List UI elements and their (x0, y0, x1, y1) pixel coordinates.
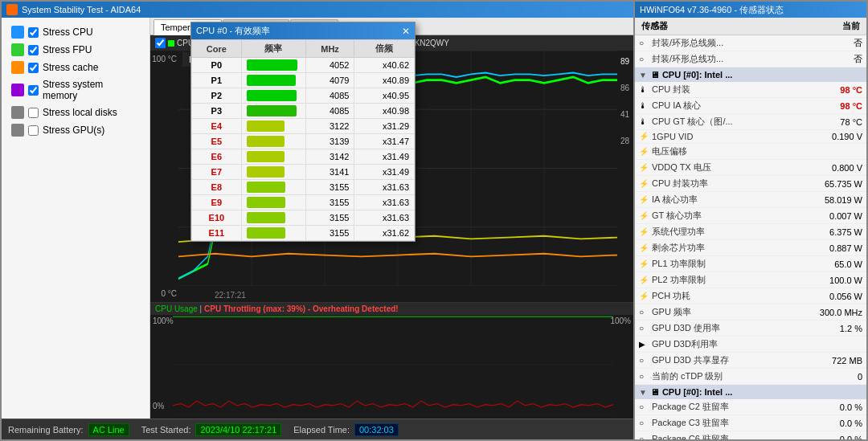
freq-bar (247, 120, 285, 132)
stress-cache-checkbox[interactable] (28, 63, 39, 73)
sensor-value: 722 MB (818, 356, 862, 365)
sensor-name: GPU D3D利用率 (652, 338, 818, 350)
hwinfo-col-current: 当前 (842, 20, 860, 32)
sensor-name: CPU IA 核心 (652, 100, 818, 112)
freq-row: P24085x40.95 (192, 88, 415, 104)
sensor-row: ⚡ 系统代理功率 6.375 W (635, 224, 866, 240)
freq-bar (247, 59, 298, 71)
sensor-row: ⚡ 1GPU VID 0.190 V (635, 130, 866, 144)
usage-y-min: 0% (153, 402, 164, 410)
section-icon: 🖥 (650, 387, 659, 397)
sensor-row: 🌡 CPU IA 核心 98 °C (635, 98, 866, 114)
freq-mhz: 3155 (305, 210, 354, 226)
freq-multiplier: x31.49 (354, 165, 415, 180)
sensor-name: VDDQ TX 电压 (652, 161, 818, 174)
freq-row: E103155x31.63 (192, 210, 415, 226)
checkbox-stress-memory[interactable]: Stress system memory (8, 76, 143, 104)
freq-multiplier: x40.62 (354, 58, 415, 73)
sensor-name: GPU D3D 共享显存 (652, 354, 818, 366)
section-header[interactable]: ▼ 🖥 CPU [#0]: Intel ... (635, 67, 866, 82)
freq-multiplier: x31.63 (354, 180, 415, 195)
freq-row: E63142x31.49 (192, 149, 415, 165)
section-title: CPU [#0]: Intel ... (662, 387, 732, 397)
freq-bar-cell (241, 104, 305, 119)
checkbox-cpu-chart[interactable]: CPU (155, 38, 194, 48)
checkbox-stress-cpu[interactable]: Stress CPU (8, 23, 143, 41)
temp-y-axis: 100 °C 0 °C (150, 51, 178, 302)
freq-core: P3 (192, 104, 242, 119)
sensor-row: ○ 当前的 cTDP 级别 0 (635, 369, 866, 385)
checkbox-stress-cache[interactable]: Stress cache (8, 59, 143, 76)
stress-cpu-checkbox[interactable] (28, 27, 39, 38)
col-core: Core (192, 40, 242, 58)
col-multi: 倍频 (354, 40, 415, 58)
freq-mhz: 4085 (305, 88, 354, 104)
freq-bar (247, 227, 285, 239)
freq-popup-close[interactable]: ✕ (402, 26, 410, 37)
sensor-name: 封装/环形总线功... (652, 53, 818, 65)
sensor-value: 100.0 W (818, 276, 862, 285)
sensor-value: 0.0 % (818, 419, 862, 428)
chart-x-label: 22:17:21 (215, 291, 246, 300)
freq-multiplier: x40.95 (354, 88, 415, 104)
sensor-name: Package C6 驻留率 (652, 433, 818, 439)
aida-panel: System Stability Test - AIDA64 Stress CP… (0, 0, 635, 441)
sensor-icon: ⚡ (639, 211, 649, 221)
hwinfo-scroll[interactable]: ○ 封装/环形总线频... 否○ 封装/环形总线功... 否▼ 🖥 CPU [#… (635, 35, 866, 439)
sensor-icon: ⚡ (639, 147, 649, 157)
freq-row: P04052x40.62 (192, 58, 415, 73)
sensor-value: 1.2 % (818, 324, 862, 333)
sensor-icon: ○ (639, 419, 649, 428)
sensor-name: PCH 功耗 (652, 290, 818, 302)
freq-bar (247, 136, 285, 147)
sidebar-section: Stress CPU Stress FPU Stress cache Stres… (2, 22, 149, 141)
freq-multiplier: x31.47 (354, 134, 415, 149)
sensor-row: ○ 封装/环形总线功... 否 (635, 51, 866, 67)
freq-row: E93155x31.63 (192, 195, 415, 210)
sensor-name: 电压偏移 (652, 145, 818, 157)
freq-bar (247, 212, 285, 223)
fpu-icon (11, 43, 24, 56)
sensor-icon: ⚡ (639, 276, 649, 285)
stress-memory-checkbox[interactable] (28, 85, 39, 96)
stress-disks-checkbox[interactable] (28, 108, 39, 118)
freq-bar-cell (241, 210, 305, 226)
sensor-value: 0.0 % (818, 435, 862, 440)
freq-bar-cell (241, 58, 305, 73)
sensor-row: ⚡ 剩余芯片功率 0.887 W (635, 240, 866, 256)
sensor-row: ⚡ 电压偏移 (635, 144, 866, 160)
freq-mhz: 3155 (305, 195, 354, 210)
freq-core: P2 (192, 88, 242, 104)
freq-core: E8 (192, 180, 242, 195)
right-values: 89 86 41 28 (620, 57, 629, 145)
freq-mhz: 3139 (305, 134, 354, 149)
freq-core: P0 (192, 58, 242, 73)
checkbox-stress-disks[interactable]: Stress local disks (8, 104, 143, 121)
freq-bar-cell (241, 165, 305, 180)
stress-memory-label: Stress system memory (43, 79, 140, 101)
stress-gpus-checkbox[interactable] (28, 125, 39, 136)
stress-disks-label: Stress local disks (43, 107, 117, 118)
sensor-icon: ○ (639, 435, 649, 440)
aida-status-bar: Remaining Battery: AC Line Test Started:… (2, 419, 633, 439)
sensor-row: ○ Package C2 驻留率 0.0 % (635, 399, 866, 415)
checkbox-stress-fpu[interactable]: Stress FPU (8, 41, 143, 59)
elapsed-label: Elapsed Time: (293, 425, 350, 435)
freq-popup-title: CPU #0 - 有效频率 (196, 25, 270, 37)
freq-popup-title-bar: CPU #0 - 有效频率 ✕ (191, 22, 415, 39)
freq-bar (247, 182, 285, 193)
hwinfo-col-sensor: 传感器 (641, 20, 668, 32)
section-header[interactable]: ▼ 🖥 CPU [#0]: Intel ... (635, 385, 866, 399)
freq-mhz: 4079 (305, 73, 354, 88)
stress-fpu-checkbox[interactable] (28, 45, 39, 55)
section-icon: 🖥 (650, 70, 659, 80)
freq-core: E9 (192, 195, 242, 210)
stress-gpus-label: Stress GPU(s) (43, 125, 104, 136)
freq-multiplier: x40.89 (354, 73, 415, 88)
checkbox-stress-gpus[interactable]: Stress GPU(s) (8, 121, 143, 139)
freq-row: E53139x31.47 (192, 134, 415, 149)
usage-header: CPU Usage | CPU Throttling (max: 39%) - … (150, 303, 633, 315)
section-title: CPU [#0]: Intel ... (662, 70, 732, 80)
memory-icon (11, 84, 24, 96)
sensor-name: CPU 封装功率 (652, 178, 818, 190)
